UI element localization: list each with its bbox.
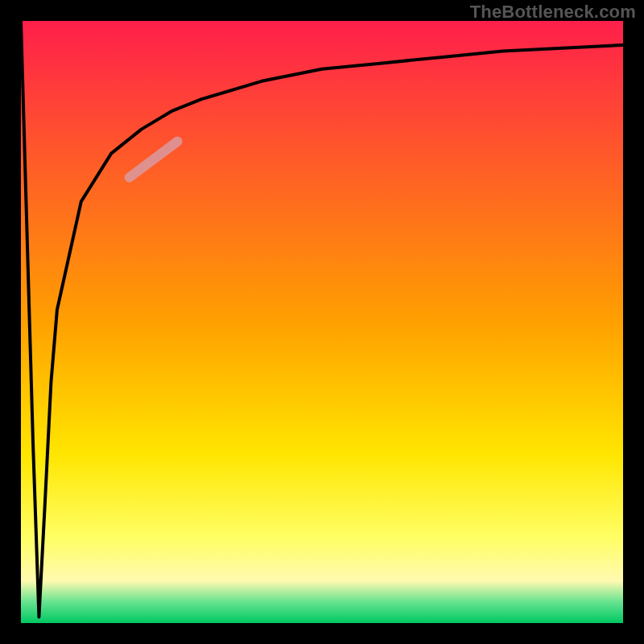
svg-rect-1 [21, 21, 623, 623]
bottleneck-chart [0, 0, 644, 644]
chart-container: TheBottleneck.com [0, 0, 644, 644]
